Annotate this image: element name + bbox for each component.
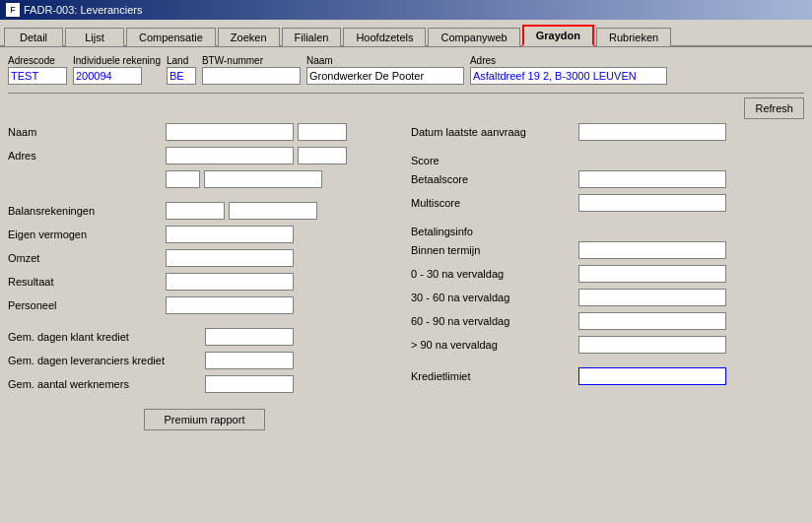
gt90-input[interactable]	[578, 336, 726, 354]
gem-leveranciers-row: Gem. dagen leveranciers krediet	[8, 352, 401, 369]
binnen-termijn-label: Binnen termijn	[411, 244, 578, 256]
adres-header-label: Adres	[470, 55, 667, 66]
kredietlimiet-input[interactable]	[578, 367, 726, 385]
land-group: Land	[167, 55, 196, 85]
naam-header-input[interactable]	[306, 67, 464, 85]
tab-compensatie[interactable]: Compensatie	[126, 28, 216, 46]
tab-lijst[interactable]: Lijst	[65, 28, 124, 46]
adres-header-input[interactable]	[470, 67, 667, 85]
individuele-input[interactable]	[73, 67, 142, 85]
omzet-input[interactable]	[166, 249, 294, 267]
nul-30-label: 0 - 30 na vervaldag	[411, 268, 578, 280]
adres-left-input2[interactable]	[298, 147, 347, 164]
btw-label: BTW-nummer	[202, 55, 301, 66]
title-text: FADR-003: Leveranciers	[24, 4, 142, 16]
gem-werknemers-row: Gem. aantal werknemers	[8, 375, 401, 393]
premium-rapport-button[interactable]: Premium rapport	[144, 409, 266, 430]
right-panel: Datum laatste aanvraag Score Betaalscore…	[411, 123, 804, 430]
header-divider	[8, 93, 804, 94]
resultaat-row: Resultaat	[8, 273, 401, 291]
betaalscore-input[interactable]	[578, 170, 726, 188]
multiscore-label: Multiscore	[411, 197, 578, 209]
adres-row1: Adres	[8, 147, 401, 164]
betalingsinfo-label: Betalingsinfo	[411, 226, 473, 237]
balansrekeningen-input1[interactable]	[166, 202, 225, 220]
naam-header-label: Naam	[306, 55, 464, 66]
adres-row2	[8, 170, 401, 188]
adres-left-input1[interactable]	[166, 147, 294, 164]
datum-label: Datum laatste aanvraag	[411, 126, 578, 138]
gem-werknemers-label: Gem. aantal werknemers	[8, 378, 205, 390]
score-header: Score	[411, 155, 804, 166]
gem-leveranciers-input[interactable]	[205, 352, 294, 369]
tab-rubrieken[interactable]: Rubrieken	[596, 28, 671, 46]
multiscore-row: Multiscore	[411, 194, 804, 212]
land-label: Land	[167, 55, 196, 66]
dertig-60-label: 30 - 60 na vervaldag	[411, 292, 578, 303]
naam-left-label: Naam	[8, 126, 166, 138]
tab-filialen[interactable]: Filialen	[282, 28, 342, 46]
score-label: Score	[411, 155, 440, 166]
refresh-row: Refresh	[8, 98, 804, 119]
balansrekeningen-label: Balansrekeningen	[8, 205, 166, 217]
adrescode-input[interactable]	[8, 67, 67, 85]
dertig-60-input[interactable]	[578, 289, 726, 306]
omzet-label: Omzet	[8, 252, 166, 264]
personeel-input[interactable]	[166, 296, 294, 314]
gem-klant-row: Gem. dagen klant krediet	[8, 328, 401, 346]
tab-companyweb[interactable]: Companyweb	[428, 28, 519, 46]
datum-input[interactable]	[578, 123, 726, 141]
refresh-button[interactable]: Refresh	[744, 98, 804, 119]
betaalscore-label: Betaalscore	[411, 173, 578, 185]
multiscore-input[interactable]	[578, 194, 726, 212]
binnen-termijn-input[interactable]	[578, 241, 726, 259]
tab-hoofdzetels[interactable]: Hoofdzetels	[343, 28, 426, 46]
adrescode-label: Adrescode	[8, 55, 67, 66]
naam-left-input2[interactable]	[298, 123, 347, 141]
eigen-vermogen-label: Eigen vermogen	[8, 229, 166, 240]
naam-header-group: Naam	[306, 55, 464, 85]
adres-left-input3[interactable]	[166, 170, 200, 188]
resultaat-input[interactable]	[166, 273, 294, 291]
btw-input[interactable]	[202, 67, 301, 85]
resultaat-label: Resultaat	[8, 276, 166, 288]
gem-werknemers-input[interactable]	[205, 375, 294, 393]
nul-30-row: 0 - 30 na vervaldag	[411, 265, 804, 283]
main-section: Naam Adres Balansrekeningen	[8, 123, 804, 430]
binnen-termijn-row: Binnen termijn	[411, 241, 804, 259]
naam-row: Naam	[8, 123, 401, 141]
gt90-row: > 90 na vervaldag	[411, 336, 804, 354]
datum-row: Datum laatste aanvraag	[411, 123, 804, 141]
land-input[interactable]	[167, 67, 196, 85]
adrescode-group: Adrescode	[8, 55, 67, 85]
adres-header-group: Adres	[470, 55, 667, 85]
gt90-label: > 90 na vervaldag	[411, 339, 578, 351]
eigen-vermogen-input[interactable]	[166, 226, 294, 243]
gem-leveranciers-label: Gem. dagen leveranciers krediet	[8, 355, 205, 366]
kredietlimiet-label: Kredietlimiet	[411, 370, 578, 382]
adres-left-input4[interactable]	[204, 170, 322, 188]
individuele-group: Individuele rekening	[73, 55, 161, 85]
main-content: Adrescode Individuele rekening Land BTW-…	[0, 47, 812, 434]
omzet-row: Omzet	[8, 249, 401, 267]
naam-left-input1[interactable]	[166, 123, 294, 141]
zestig-90-row: 60 - 90 na vervaldag	[411, 312, 804, 330]
individuele-label: Individuele rekening	[73, 55, 161, 66]
betalingsinfo-header: Betalingsinfo	[411, 226, 804, 237]
tab-detail[interactable]: Detail	[4, 28, 63, 46]
kredietlimiet-row: Kredietlimiet	[411, 367, 804, 385]
betaalscore-row: Betaalscore	[411, 170, 804, 188]
tab-graydon[interactable]: Graydon	[522, 25, 594, 46]
zestig-90-label: 60 - 90 na vervaldag	[411, 315, 578, 327]
personeel-label: Personeel	[8, 299, 166, 311]
dertig-60-row: 30 - 60 na vervaldag	[411, 289, 804, 306]
zestig-90-input[interactable]	[578, 312, 726, 330]
eigen-vermogen-row: Eigen vermogen	[8, 226, 401, 243]
header-fields: Adrescode Individuele rekening Land BTW-…	[8, 51, 804, 91]
nul-30-input[interactable]	[578, 265, 726, 283]
title-bar: F FADR-003: Leveranciers	[0, 0, 812, 20]
balansrekeningen-input2[interactable]	[229, 202, 317, 220]
tab-zoeken[interactable]: Zoeken	[218, 28, 280, 46]
gem-klant-input[interactable]	[205, 328, 294, 346]
premium-btn-row: Premium rapport	[8, 409, 401, 430]
